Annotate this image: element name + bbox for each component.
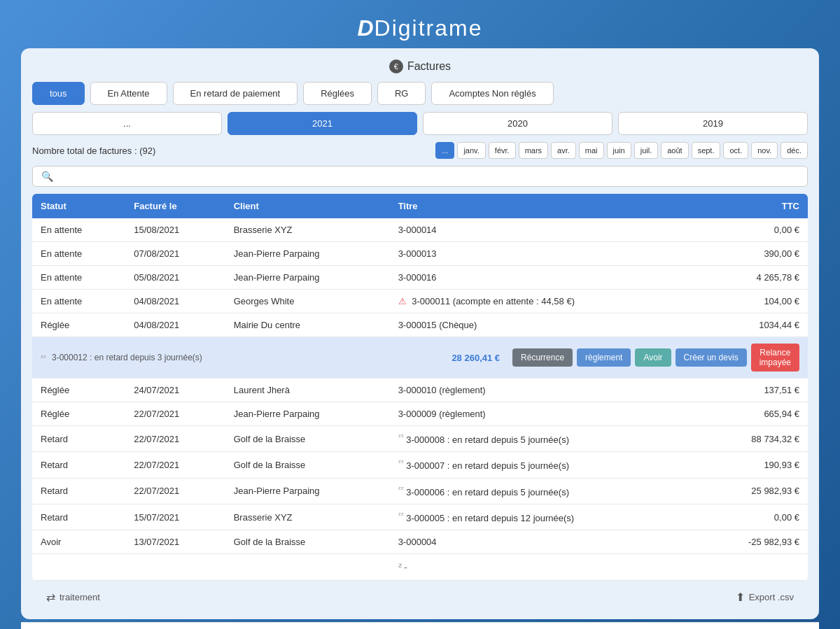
sleep-icon: ᶻᶻ [398,458,404,467]
row-titre: 3-000009 (règlement) [390,402,699,426]
table-row[interactable]: Retard 15/07/2021 Brasserie XYZ ᶻᶻ 3-000… [32,504,808,530]
search-bar: 🔍 [32,166,808,187]
table-row[interactable]: En attente 15/08/2021 Brasserie XYZ 3-00… [32,218,808,242]
month-btn-feb[interactable]: févr. [489,142,516,159]
sleep-icon: ᶻᶻ [41,353,46,362]
month-btn-may[interactable]: mai [579,142,604,159]
footer-nav: ⌂ Tableau de bord D Devis € Factures ☰ R… [21,622,819,629]
relance-button[interactable]: Relanceimpayée [751,344,799,372]
filter-tab-tous[interactable]: tous [32,82,85,105]
row-titre: ᶻ- [390,554,699,581]
row-titre: 3-000004 [390,530,699,554]
reglement-button[interactable]: règlement [577,348,631,367]
filter-tab-reglees[interactable]: Réglées [303,82,372,105]
table-row[interactable]: Avoir 13/07/2021 Golf de la Braisse 3-00… [32,530,808,554]
filter-tabs: tous En Attente En retard de paiement Ré… [32,82,808,105]
table-row[interactable]: Retard 22/07/2021 Jean-Pierre Parpaing ᶻ… [32,478,808,504]
traitement-action[interactable]: ⇄ traitement [46,591,100,604]
creer-devis-button[interactable]: Créer un devis [676,348,747,367]
month-btn-all[interactable]: ... [435,142,454,159]
row-client [225,554,390,581]
sleep-icon: ᶻᶻ [398,511,404,519]
warning-icon: ⚠ [398,296,407,306]
export-action[interactable]: ⬆ Export .csv [736,591,794,604]
month-btn-jan[interactable]: janv. [457,142,485,159]
month-btn-dec[interactable]: déc. [780,142,808,159]
row-client: Jean-Pierre Parpaing [225,402,390,426]
filter-tab-en-attente[interactable]: En Attente [90,82,167,105]
traitement-label: traitement [59,592,100,602]
col-ttc: TTC [699,194,808,218]
filter-tab-acomptes[interactable]: Acomptes Non réglés [431,82,553,105]
table-row[interactable]: En attente 07/08/2021 Jean-Pierre Parpai… [32,242,808,266]
row-titre: ᶻᶻ 3-000005 : en retard depuis 12 journé… [390,504,699,530]
row-client: Jean-Pierre Parpaing [225,266,390,290]
row-ttc: 0,00 € [699,218,808,242]
table-row[interactable]: ᶻᶻ 3-000012 : en retard depuis 3 journée… [32,337,808,379]
row-ttc: 665,94 € [699,402,808,426]
factures-euro-icon: € [389,59,403,73]
row-ttc [699,554,808,581]
month-btn-jun[interactable]: juin [607,142,631,159]
month-btn-aug[interactable]: août [661,142,688,159]
col-client: Client [225,194,390,218]
table-row[interactable]: Réglée 22/07/2021 Jean-Pierre Parpaing 3… [32,402,808,426]
row-client: Mairie Du centre [225,313,390,337]
row-titre: 3-000016 [390,266,699,290]
row-date: 07/08/2021 [125,242,225,266]
table-row[interactable]: En attente 04/08/2021 Georges White ⚠ 3-… [32,290,808,313]
row-statut: Retard [32,478,125,504]
year-tab-2019[interactable]: 2019 [618,112,808,135]
year-tab-ellipsis[interactable]: ... [32,112,222,135]
row-statut [32,554,125,581]
total-factures-label: Nombre total de factures : (92) [32,146,155,156]
row-statut: Réglée [32,313,125,337]
filter-tab-en-retard[interactable]: En retard de paiement [173,82,298,105]
row-titre: 3-000010 (règlement) [390,379,699,402]
search-input[interactable] [59,171,799,182]
retard-label: 3-000012 : en retard depuis 3 journée(s) [52,353,202,362]
row-titre: 3-000014 [390,218,699,242]
recurrence-button[interactable]: Récurrence [512,348,573,367]
action-info: ᶻᶻ 3-000012 : en retard depuis 3 journée… [41,353,447,362]
row-client: Laurent Jherà [225,379,390,402]
app-title: DDigitrame [357,15,482,41]
avoir-button[interactable]: Avoir [635,348,671,367]
row-statut: En attente [32,242,125,266]
row-client: Brasserie XYZ [225,218,390,242]
row-statut: Réglée [32,379,125,402]
month-btn-sep[interactable]: sept. [692,142,721,159]
year-tab-2021[interactable]: 2021 [227,112,417,135]
export-label: Export .csv [749,592,794,602]
invoice-table: Statut Facturé le Client Titre TTC En at… [32,194,808,581]
row-ttc: 4 265,78 € [699,266,808,290]
table-row[interactable]: Retard 22/07/2021 Golf de la Braisse ᶻᶻ … [32,452,808,478]
table-row[interactable]: Réglée 24/07/2021 Laurent Jherà 3-000010… [32,379,808,402]
table-row[interactable]: Réglée 04/08/2021 Mairie Du centre 3-000… [32,313,808,337]
row-titre: ᶻᶻ 3-000006 : en retard depuis 5 journée… [390,478,699,504]
row-statut: En attente [32,290,125,313]
year-tabs: ... 2021 2020 2019 [32,112,808,135]
table-row[interactable]: En attente 05/08/2021 Jean-Pierre Parpai… [32,266,808,290]
month-btn-apr[interactable]: avr. [551,142,576,159]
row-date: 15/08/2021 [125,218,225,242]
row-date: 22/07/2021 [125,402,225,426]
row-statut: Réglée [32,402,125,426]
filter-tab-rg[interactable]: RG [377,82,426,105]
row-ttc: 88 734,32 € [699,426,808,452]
row-titre: 3-000013 [390,242,699,266]
row-ttc: 137,51 € [699,379,808,402]
month-btn-mar[interactable]: mars [519,142,548,159]
month-btn-jul[interactable]: juil. [634,142,659,159]
year-tab-2020[interactable]: 2020 [423,112,612,135]
row-date: 13/07/2021 [125,530,225,554]
table-row[interactable]: ᶻ- [32,554,808,581]
row-titre: ᶻᶻ 3-000007 : en retard depuis 5 journée… [390,452,699,478]
row-statut: En attente [32,266,125,290]
col-facture-le: Facturé le [125,194,225,218]
table-row[interactable]: Retard 22/07/2021 Golf de la Braisse ᶻᶻ … [32,426,808,452]
row-titre: ⚠ 3-000011 (acompte en attente : 44,58 €… [390,290,699,313]
month-btn-nov[interactable]: nov. [751,142,778,159]
month-btn-oct[interactable]: oct. [723,142,748,159]
row-titre: ᶻᶻ 3-000008 : en retard depuis 5 journée… [390,426,699,452]
